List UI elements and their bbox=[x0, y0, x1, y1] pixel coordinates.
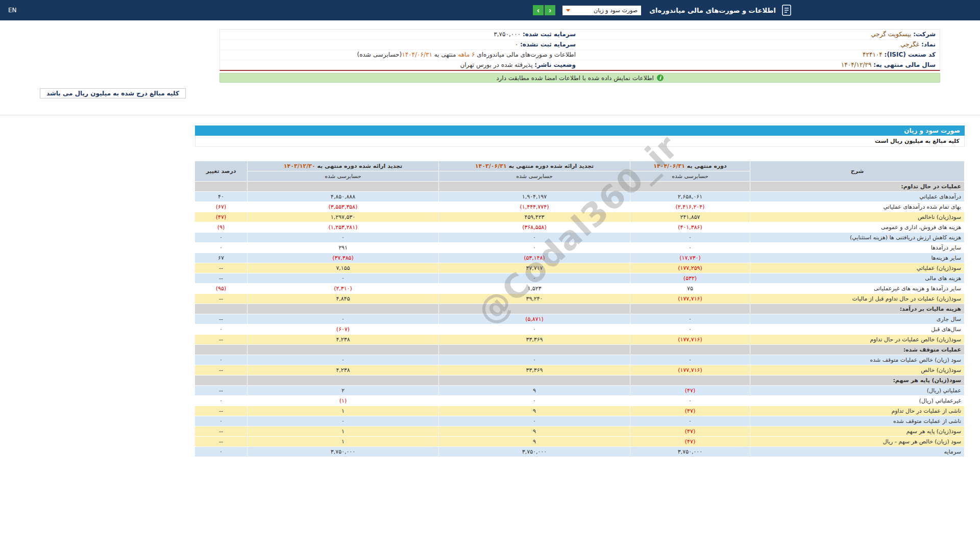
value-cell: ۰ bbox=[248, 314, 439, 324]
row-label-cell: هزینه های فروش، اداری و عمومی bbox=[750, 222, 965, 233]
period-text-suffix: (حسابرسی شده) bbox=[357, 51, 402, 58]
value-cell: ۴۵۹,۴۲۳ bbox=[439, 212, 630, 222]
top-navbar-inner: اطلاعات و صورت‌های مالی میاندوره‌ای صورت… bbox=[0, 0, 800, 20]
next-statement-button[interactable]: › bbox=[533, 5, 544, 15]
statement-select-value: صورت سود و زیان bbox=[594, 7, 638, 14]
value-cell: ۴,۲۳۸ bbox=[248, 335, 439, 345]
english-language-link[interactable]: EN bbox=[8, 7, 17, 14]
period-date: ۱۴۰۳/۱۲/۳۰ bbox=[284, 163, 315, 169]
percent-change-cell: ۶۷ bbox=[195, 253, 248, 263]
value-cell: ۳۷,۷۱۷ bbox=[439, 263, 630, 273]
table-header-row: شرح دوره منتهی به ۱۴۰۴/۰۶/۳۱ تجدید ارائه… bbox=[195, 161, 965, 171]
statement-nav-buttons: ‹ › bbox=[533, 5, 555, 15]
table-data-row: سود(زیان) عملیاتي(۱۷۷,۲۵۹)۳۷,۷۱۷۷,۱۵۵-- bbox=[195, 263, 965, 273]
unregistered-capital-label: سرمایه ثبت نشده: bbox=[520, 41, 576, 48]
percent-change-cell: (۹) bbox=[195, 222, 248, 233]
value-cell bbox=[248, 345, 439, 355]
value-cell bbox=[248, 304, 439, 314]
table-data-row: سایر درآمدها و هزینه های غیرعملیاتی۷۵۱,۵… bbox=[195, 284, 965, 294]
percent-change-cell: ۰ bbox=[195, 416, 248, 427]
value-cell: ۴,۸۵۰,۸۸۸ bbox=[248, 192, 439, 202]
statement-select[interactable]: صورت سود و زیان bbox=[562, 6, 641, 15]
value-cell: (۴۷) bbox=[630, 437, 750, 447]
row-label-cell: سود (زیان) خالص عملیات متوقف شده bbox=[750, 355, 965, 365]
income-statement-section: صورت سود و زیان کلیه مبالغ به میلیون ریا… bbox=[195, 126, 965, 457]
period-field: اطلاعات و صورت‌های مالی میاندوره‌ای ۶ ما… bbox=[220, 50, 580, 60]
info-row: سال مالی منتهی به: ۱۴۰۴/۱۲/۲۹ وضعیت ناشر… bbox=[220, 60, 940, 70]
value-cell bbox=[630, 304, 750, 314]
company-value: بیسکویت گرجي bbox=[871, 31, 911, 38]
table-section-row: هزینه مالیات بر درآمد: bbox=[195, 304, 965, 314]
value-cell: ۰ bbox=[630, 324, 750, 335]
signature-match-banner: i اطلاعات نمایش داده شده با اطلاعات امضا… bbox=[219, 73, 940, 83]
column-subheader-audited: حسابرسی شده bbox=[248, 171, 439, 182]
value-cell: (۱) bbox=[248, 396, 439, 406]
signature-match-text: اطلاعات نمایش داده شده با اطلاعات امضا ش… bbox=[496, 74, 654, 82]
period-label: تجدید ارائه شده دوره منتهی به bbox=[315, 163, 403, 169]
percent-change-cell: ۰ bbox=[195, 324, 248, 335]
row-label-cell: سود(زیان) خالص bbox=[750, 365, 965, 375]
percent-change-cell: -- bbox=[195, 273, 248, 284]
value-cell bbox=[439, 182, 630, 192]
value-cell: ۳,۷۵۰,۰۰۰ bbox=[439, 447, 630, 457]
percent-change-cell: ۰ bbox=[195, 233, 248, 243]
row-label-cell: سود(زیان) عملیاتي bbox=[750, 263, 965, 273]
table-data-row: سایر هزینه‌ها(۱۷,۷۳۰)(۵۳,۱۴۸)(۳۷,۳۸۵)۶۷ bbox=[195, 253, 965, 263]
row-label-cell: عملیات در حال تداوم: bbox=[750, 182, 965, 192]
prev-statement-button[interactable]: ‹ bbox=[545, 5, 555, 15]
table-data-row: سایر درآمدها۰۰۲۹۱۰ bbox=[195, 243, 965, 253]
fiscal-year-label: سال مالی منتهی به: bbox=[873, 61, 936, 68]
value-cell: ۰ bbox=[439, 243, 630, 253]
percent-change-cell: -- bbox=[195, 263, 248, 273]
table-section-row: عملیات متوقف شده: bbox=[195, 345, 965, 355]
period-date: ۱۴۰۴/۰۶/۳۱ bbox=[653, 163, 685, 169]
percent-change-cell: -- bbox=[195, 294, 248, 304]
table-data-row: سود(زیان) عملیات در حال تداوم قبل از مال… bbox=[195, 294, 965, 304]
value-cell: (۱,۴۴۴,۷۷۴) bbox=[439, 202, 630, 212]
percent-change-cell: (۴۷) bbox=[195, 212, 248, 222]
value-cell: ۹ bbox=[439, 406, 630, 416]
period-length: ۶ ماهه bbox=[458, 51, 475, 58]
period-label: دوره منتهی به bbox=[685, 163, 727, 169]
top-navbar-right-group: اطلاعات و صورت‌های مالی میاندوره‌ای صورت… bbox=[533, 4, 792, 16]
value-cell: (۳۶۸,۵۵۸) bbox=[439, 222, 630, 233]
table-data-row: ناشی از عملیات متوقف شده۰۰۰۰ bbox=[195, 416, 965, 427]
row-label-cell: هزینه کاهش ارزش دریافتنی ها (هزینه استثن… bbox=[750, 233, 965, 243]
value-cell bbox=[630, 375, 750, 386]
value-cell bbox=[248, 375, 439, 386]
row-label-cell: هزینه های مالی bbox=[750, 273, 965, 284]
value-cell: ۲ bbox=[248, 386, 439, 396]
value-cell: (۱۷,۷۳۰) bbox=[630, 253, 750, 263]
percent-change-cell bbox=[195, 182, 248, 192]
value-cell: ۰ bbox=[248, 233, 439, 243]
row-label-cell: سود(زیان) پایه هر سهم: bbox=[750, 375, 965, 386]
value-cell: ۱,۵۲۳ bbox=[439, 284, 630, 294]
row-label-cell: عملیاتي (ریال) bbox=[750, 386, 965, 396]
period-text-prefix: اطلاعات و صورت‌های مالی میاندوره‌ای bbox=[475, 51, 576, 58]
table-section-row: سود(زیان) پایه هر سهم: bbox=[195, 375, 965, 386]
period-text-middle: منتهی به bbox=[432, 51, 458, 58]
value-cell: ۰ bbox=[439, 273, 630, 284]
value-cell: (۱۷۷,۷۱۶) bbox=[630, 365, 750, 375]
row-label-cell: سال جاری bbox=[750, 314, 965, 324]
table-data-row: هزینه های فروش، اداری و عمومی(۴۰۱,۳۸۶)(۳… bbox=[195, 222, 965, 233]
column-header-period-restated-midyear: تجدید ارائه شده دوره منتهی به ۱۴۰۳/۰۶/۳۱ bbox=[439, 161, 630, 171]
value-cell: ۲,۶۵۸,۰۶۱ bbox=[630, 192, 750, 202]
info-row: شرکت: بیسکویت گرجي سرمایه ثبت شده: ۳,۷۵۰… bbox=[220, 30, 940, 40]
value-cell: (۱۷۷,۷۱۶) bbox=[630, 294, 750, 304]
symbol-field: نماد: غگرجي bbox=[580, 40, 940, 49]
percent-change-cell: ۰ bbox=[195, 396, 248, 406]
percent-change-cell: ۰ bbox=[195, 243, 248, 253]
column-subheader-audited: حسابرسی شده bbox=[439, 171, 630, 182]
table-data-row: سال جاری۰(۵,۸۷۱)۰-- bbox=[195, 314, 965, 324]
value-cell: ۷۵ bbox=[630, 284, 750, 294]
percent-change-cell: ۰ bbox=[195, 447, 248, 457]
info-row: نماد: غگرجي سرمایه ثبت نشده: ۰ bbox=[220, 40, 940, 50]
value-cell: ۰ bbox=[630, 314, 750, 324]
table-data-row: هزینه کاهش ارزش دریافتنی ها (هزینه استثن… bbox=[195, 233, 965, 243]
value-cell: ۰ bbox=[630, 243, 750, 253]
table-data-row: ناشی از عملیات در حال تداوم(۴۷)۹۱-- bbox=[195, 406, 965, 416]
percent-change-cell: -- bbox=[195, 314, 248, 324]
row-label-cell: سایر درآمدها و هزینه های غیرعملیاتی bbox=[750, 284, 965, 294]
isic-label: کد صنعت (ISIC): bbox=[885, 51, 936, 58]
